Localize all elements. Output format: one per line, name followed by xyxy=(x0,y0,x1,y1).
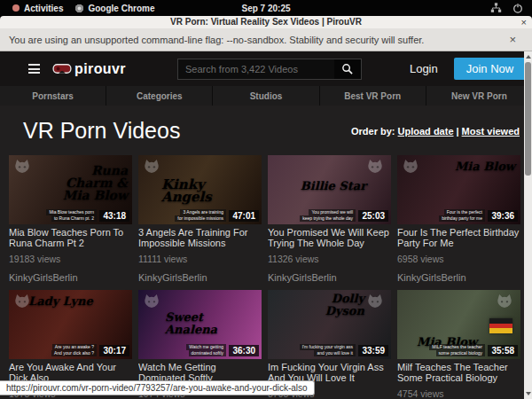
main-nav: PornstarsCategoriesStudiosBest VR PornNe… xyxy=(0,86,532,106)
thumbnail-caption: MILF teaches the teacher some practical … xyxy=(401,344,485,356)
thumbnail-caption-line1: I'm fucking your virgin ass xyxy=(300,344,356,350)
thumbnail-caption-line1: Are you an awake ? xyxy=(52,344,97,350)
nav-item-new-vr-porn[interactable]: New VR Porn xyxy=(426,86,532,106)
page-title: VR Porn Videos xyxy=(23,118,180,144)
thumbnail-caption: I'm fucking your virgin ass and you will… xyxy=(271,344,356,356)
scrollbar-down-arrow-icon[interactable] xyxy=(526,392,531,395)
page-viewport: pirouvr Login Join Now PornstarsCategori… xyxy=(0,51,532,399)
video-title[interactable]: Mia Blow Teaches Porn To Runa Charm Pt 2 xyxy=(9,227,132,248)
site-header: pirouvr Login Join Now xyxy=(0,51,532,86)
login-link[interactable]: Login xyxy=(410,62,438,75)
thumbnail-overlay-name: Dolly Dyson xyxy=(288,293,364,317)
order-by-label: Order by: xyxy=(351,126,395,137)
video-views: 6958 views xyxy=(397,254,520,264)
video-card[interactable]: Kinky Angels 3 Angels are training for i… xyxy=(138,155,262,283)
thumbnail-caption-line2: and you will love it xyxy=(314,350,356,356)
power-icon[interactable] xyxy=(512,3,523,13)
video-thumbnail[interactable]: Kinky Angels 3 Angels are training for i… xyxy=(138,155,262,224)
activities-button[interactable]: Activities xyxy=(12,4,63,13)
nav-item-categories[interactable]: Categories xyxy=(106,86,212,106)
thumbnail-caption-line1: 3 Angels are training xyxy=(180,209,226,215)
video-duration: 25:03 xyxy=(358,210,388,222)
video-title[interactable]: Four Is The Perfect Birthday Party For M… xyxy=(397,227,520,248)
studio-cat-logo-icon xyxy=(496,293,513,309)
search-icon xyxy=(341,63,353,74)
focused-app-menu[interactable]: Google Chrome xyxy=(75,4,154,13)
thumbnail-caption-line2: some practical biology xyxy=(436,350,485,356)
video-studio[interactable]: KinkyGirlsBerlin xyxy=(268,272,391,283)
nav-item-pornstars[interactable]: Pornstars xyxy=(0,86,106,106)
tab-close-icon[interactable]: × xyxy=(521,16,527,28)
video-title[interactable]: 3 Angels Are Training For Impossible Mis… xyxy=(138,227,262,248)
video-studio[interactable]: KinkyGirlsBerlin xyxy=(397,272,520,283)
infobar-close-icon[interactable]: × xyxy=(509,33,516,46)
vr-headset-logo-icon xyxy=(52,63,72,74)
video-title[interactable]: You Promised We Will Keep Trying The Who… xyxy=(268,227,391,248)
thumbnail-caption-line1: Mia Blow teaches porn xyxy=(46,209,97,215)
order-link-most-viewed[interactable]: Most viewed xyxy=(462,126,520,137)
video-duration: 39:36 xyxy=(488,210,518,222)
thumbnail-caption: 3 Angels are training for impossible mis… xyxy=(142,209,226,222)
search-input[interactable] xyxy=(177,59,334,80)
tab-title[interactable]: VR Porn: Virtual Reality Sex Videos | Pi… xyxy=(0,16,532,28)
screen: Activities Google Chrome Sep 7 20:25 VR … xyxy=(0,0,532,399)
video-card[interactable]: Billie Star You promised we will keep tr… xyxy=(268,155,391,283)
video-title[interactable]: Milf Teaches The Teacher Some Practical … xyxy=(397,362,520,383)
system-top-bar: Activities Google Chrome Sep 7 20:25 xyxy=(0,0,532,16)
video-studio[interactable]: KinkyGirlsBerlin xyxy=(9,272,132,283)
thumbnail-caption-line2: And your dick also ? xyxy=(51,350,97,356)
studio-cat-logo-icon xyxy=(402,159,419,174)
browser-tab-strip: VR Porn: Virtual Reality Sex Videos | Pi… xyxy=(0,16,532,28)
network-icon[interactable] xyxy=(490,3,502,13)
scrollbar-up-arrow-icon[interactable] xyxy=(526,55,531,59)
order-link-upload-date[interactable]: Upload date xyxy=(398,126,454,137)
thumbnail-caption: You promised we will keep trying the who… xyxy=(271,209,356,222)
scrollbar-thumb[interactable] xyxy=(525,62,531,176)
video-card[interactable]: Runa Charm & Mia Blow Mia Blow teaches p… xyxy=(9,155,132,283)
thumbnail-caption-line1: You promised we will xyxy=(309,209,356,215)
video-views: 19183 views xyxy=(9,254,132,264)
thumbnail-caption-line1: MILF teaches the teacher xyxy=(429,344,485,350)
status-url-tooltip: https://pirouvr.com/vr-porn-video/779325… xyxy=(0,380,315,395)
focused-app-label: Google Chrome xyxy=(88,4,154,13)
thumbnail-overlay-name: Sweet Analena xyxy=(165,311,241,336)
video-thumbnail[interactable]: Mia Blow Four is the perfect birthday pa… xyxy=(397,155,520,224)
order-by: Order by: Upload date|Most viewed xyxy=(351,126,520,137)
video-thumbnail[interactable]: Billie Star You promised we will keep tr… xyxy=(268,155,391,224)
video-thumbnail[interactable]: Dolly Dyson I'm fucking your virgin ass … xyxy=(268,290,391,359)
video-thumbnail[interactable]: Sweet Analena Watch me getting dominated… xyxy=(138,290,262,359)
video-studio[interactable]: KinkyGirlsBerlin xyxy=(138,272,262,283)
join-now-button[interactable]: Join Now xyxy=(454,58,526,80)
thumbnail-caption-line2: dominated softly xyxy=(189,350,226,356)
search-button[interactable] xyxy=(334,59,362,80)
thumbnail-caption: Mia Blow teaches porn to Runa Charm pt. … xyxy=(12,209,97,222)
vertical-scrollbar[interactable] xyxy=(524,51,532,399)
video-views: 11111 views xyxy=(138,254,262,264)
nav-item-best-vr-porn[interactable]: Best VR Porn xyxy=(319,86,426,106)
sandbox-warning-infobar: You are using an unsupported command-lin… xyxy=(0,28,532,51)
video-card[interactable]: Mia Blow Four is the perfect birthday pa… xyxy=(397,155,520,283)
infobar-message: You are using an unsupported command-lin… xyxy=(9,35,509,45)
video-thumbnail[interactable]: Runa Charm & Mia Blow Mia Blow teaches p… xyxy=(9,155,132,224)
video-duration: 43:18 xyxy=(99,210,129,222)
video-thumbnail[interactable]: Mia Blow MILF teaches the teacher some p… xyxy=(397,290,520,359)
activities-dot-icon xyxy=(12,4,20,12)
video-grid: Runa Charm & Mia Blow Mia Blow teaches p… xyxy=(0,144,532,399)
video-card[interactable]: Mia Blow MILF teaches the teacher some p… xyxy=(397,290,520,399)
thumbnail-caption: Watch me getting dominated softly xyxy=(142,344,226,356)
video-views: 4754 views xyxy=(397,388,520,399)
thumbnail-caption-line1: Four is the perfect xyxy=(444,209,485,215)
site-logo-text: pirouvr xyxy=(74,61,126,77)
studio-cat-logo-icon xyxy=(366,159,384,174)
thumbnail-caption-line2: keep trying the whole day xyxy=(300,215,356,222)
thumbnail-overlay-name: Lady Lyne xyxy=(28,295,93,308)
menu-hamburger-icon[interactable] xyxy=(28,64,40,74)
thumbnail-overlay-name: Kinky Angels xyxy=(161,178,238,203)
video-thumbnail[interactable]: Lady Lyne Are you an awake ? And your di… xyxy=(9,290,132,359)
thumbnail-overlay-name: Runa Charm & Mia Blow xyxy=(51,164,128,201)
thumbnail-overlay-name: Mia Blow xyxy=(455,160,515,173)
site-logo[interactable]: pirouvr xyxy=(52,61,126,77)
nav-item-studios[interactable]: Studios xyxy=(212,86,318,106)
thumbnail-caption-line2: to Runa Charm pt. 2 xyxy=(51,215,97,222)
thumbnail-caption: Four is the perfect birthday party for m… xyxy=(401,209,485,222)
